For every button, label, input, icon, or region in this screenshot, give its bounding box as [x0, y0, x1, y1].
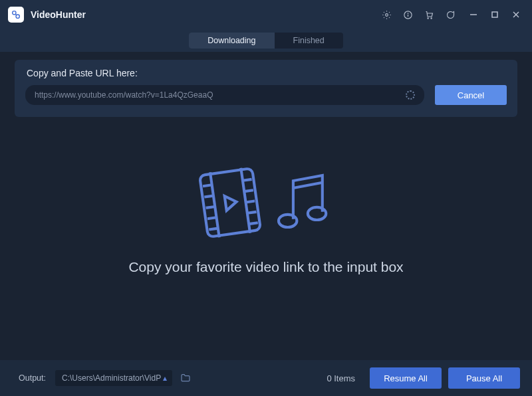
- svg-line-28: [293, 183, 323, 188]
- svg-point-7: [431, 17, 432, 18]
- output-label: Output:: [19, 373, 46, 383]
- svg-point-2: [385, 13, 388, 16]
- titlebar: VideoHunter: [0, 0, 532, 29]
- svg-line-24: [249, 223, 258, 224]
- url-label: Copy and Paste URL here:: [25, 68, 507, 78]
- tab-downloading[interactable]: Downloading: [189, 33, 274, 49]
- url-input[interactable]: [35, 90, 400, 100]
- info-icon[interactable]: [400, 7, 415, 22]
- window-controls: [466, 7, 524, 23]
- empty-state: Copy your favorite video link to the inp…: [0, 166, 532, 275]
- tabs-row: Downloading Finished: [0, 29, 532, 52]
- resume-all-button[interactable]: Resume All: [370, 367, 442, 389]
- svg-rect-9: [492, 12, 497, 17]
- svg-point-26: [279, 215, 297, 227]
- cancel-button[interactable]: Cancel: [435, 85, 507, 105]
- svg-point-0: [13, 11, 16, 15]
- maximize-button[interactable]: [487, 7, 503, 23]
- pause-all-button[interactable]: Pause All: [448, 367, 520, 389]
- url-row: Cancel: [25, 85, 507, 105]
- svg-line-15: [203, 185, 212, 186]
- film-clip-icon: [197, 166, 263, 239]
- bottom-bar: Output: C:\Users\Administrator\VidP ▴ 0 …: [0, 360, 532, 396]
- minimize-button[interactable]: [466, 7, 481, 23]
- url-card: Copy and Paste URL here: Cancel: [15, 60, 517, 117]
- svg-line-16: [204, 196, 213, 197]
- svg-line-21: [244, 190, 253, 191]
- empty-illustration: [0, 166, 532, 239]
- svg-line-17: [206, 207, 215, 208]
- svg-line-22: [246, 201, 255, 203]
- items-count: 0 Items: [327, 373, 355, 383]
- svg-point-5: [408, 13, 408, 13]
- close-button[interactable]: [508, 7, 524, 23]
- svg-line-18: [207, 217, 217, 219]
- svg-marker-25: [225, 195, 237, 211]
- tab-finished[interactable]: Finished: [275, 33, 343, 49]
- svg-line-23: [247, 212, 257, 213]
- header-icon-group: [379, 7, 458, 22]
- output-path-text: C:\Users\Administrator\VidP: [62, 373, 161, 383]
- svg-point-6: [428, 17, 428, 18]
- loading-spinner-icon: [406, 90, 415, 100]
- output-path-dropdown[interactable]: C:\Users\Administrator\VidP ▴: [55, 370, 172, 386]
- caret-up-icon: ▴: [163, 373, 167, 383]
- chat-icon[interactable]: [443, 7, 458, 22]
- svg-point-1: [16, 15, 19, 18]
- app-title: VideoHunter: [31, 9, 86, 20]
- svg-line-20: [243, 179, 252, 181]
- app-logo-icon: [8, 7, 24, 23]
- cart-icon[interactable]: [422, 7, 436, 22]
- open-folder-button[interactable]: [179, 371, 192, 385]
- empty-message: Copy your favorite video link to the inp…: [0, 259, 532, 275]
- tabs: Downloading Finished: [189, 33, 343, 49]
- svg-point-27: [308, 207, 326, 220]
- settings-icon[interactable]: [379, 7, 394, 22]
- url-input-wrap[interactable]: [25, 85, 424, 105]
- music-note-icon: [271, 166, 335, 239]
- svg-line-19: [209, 229, 218, 230]
